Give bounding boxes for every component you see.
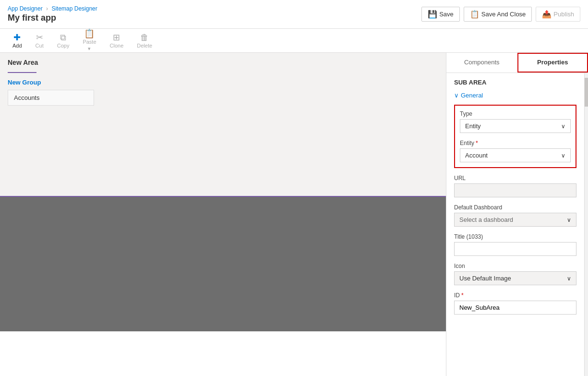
published-status: Published bbox=[557, 0, 580, 1]
toolbar-copy-button[interactable]: ⧉ Copy bbox=[50, 31, 76, 50]
type-label: Type bbox=[460, 110, 571, 117]
breadcrumb: App Designer › Sitemap Designer bbox=[8, 5, 97, 12]
top-bar-right: Published 💾 Save 📋 Save And Close 📤 Publ… bbox=[421, 7, 580, 22]
icon-field-group: Icon Use Default Image ∨ bbox=[454, 263, 576, 285]
type-entity-section: Type Entity ∨ Entity bbox=[454, 105, 576, 168]
default-dashboard-select[interactable]: Select a dashboard ∨ bbox=[454, 213, 576, 227]
publish-button[interactable]: 📤 Publish bbox=[536, 7, 580, 22]
id-required-star: * bbox=[461, 292, 464, 299]
icon-label: Icon bbox=[454, 263, 576, 269]
id-label: ID * bbox=[454, 292, 576, 299]
general-label: General bbox=[461, 92, 483, 99]
clone-label: Clone bbox=[110, 43, 124, 49]
toolbar: ✚ Add ✂ Cut ⧉ Copy 📋 Paste▾ ⊞ Clone 🗑 De… bbox=[0, 29, 588, 53]
app-title: My first app bbox=[8, 13, 97, 23]
area-title-underline bbox=[8, 72, 36, 73]
default-dashboard-label: Default Dashboard bbox=[454, 204, 576, 211]
save-close-icon: 📋 bbox=[470, 10, 480, 19]
default-dashboard-placeholder: Select a dashboard bbox=[459, 216, 513, 223]
toolbar-clone-button[interactable]: ⊞ Clone bbox=[103, 31, 131, 50]
type-value: Entity bbox=[465, 122, 481, 130]
url-field-group: URL bbox=[454, 175, 576, 197]
icon-chevron-icon: ∨ bbox=[567, 275, 571, 282]
toolbar-cut-button[interactable]: ✂ Cut bbox=[29, 31, 50, 50]
entity-value: Account bbox=[465, 152, 488, 159]
title-input[interactable] bbox=[454, 242, 576, 256]
add-icon: ✚ bbox=[13, 33, 21, 42]
tab-components[interactable]: Components bbox=[446, 53, 517, 73]
icon-select[interactable]: Use Default Image ∨ bbox=[454, 271, 576, 285]
canvas: New Area New Group Accounts bbox=[0, 53, 446, 376]
entity-select-wrapper: Account ∨ bbox=[460, 148, 571, 162]
default-dashboard-field-group: Default Dashboard Select a dashboard ∨ bbox=[454, 204, 576, 227]
entity-label: Entity * bbox=[460, 140, 571, 146]
canvas-inner: New Area New Group Accounts bbox=[0, 53, 446, 331]
paste-label: Paste bbox=[83, 39, 96, 45]
id-field-group: ID * bbox=[454, 292, 576, 315]
group-title[interactable]: New Group bbox=[8, 79, 438, 86]
breadcrumb-app-designer[interactable]: App Designer bbox=[8, 5, 43, 12]
type-chevron-icon: ∨ bbox=[561, 123, 565, 130]
copy-icon: ⧉ bbox=[60, 33, 66, 42]
default-dashboard-select-wrapper: Select a dashboard ∨ bbox=[454, 213, 576, 227]
type-field-group: Type Entity ∨ bbox=[460, 110, 571, 133]
type-select-wrapper: Entity ∨ bbox=[460, 119, 571, 133]
delete-icon: 🗑 bbox=[140, 33, 149, 42]
main-layout: New Area New Group Accounts Components P… bbox=[0, 53, 588, 376]
breadcrumb-separator: › bbox=[46, 5, 48, 12]
panel-body: SUB AREA ∨ General Type Entity bbox=[446, 73, 584, 376]
publish-icon: 📤 bbox=[542, 10, 552, 19]
tab-properties[interactable]: Properties bbox=[517, 53, 588, 73]
sub-area-item[interactable]: Accounts bbox=[8, 90, 94, 106]
general-toggle[interactable]: ∨ General bbox=[454, 92, 576, 99]
id-input[interactable] bbox=[454, 301, 576, 315]
right-panel: Components Properties SUB AREA ∨ General… bbox=[446, 53, 588, 376]
toolbar-delete-button[interactable]: 🗑 Delete bbox=[130, 31, 159, 50]
scroll-thumb[interactable] bbox=[585, 78, 588, 107]
sub-area-header: SUB AREA bbox=[454, 79, 576, 86]
dashboard-chevron-icon: ∨ bbox=[567, 217, 571, 223]
area-title: New Area bbox=[8, 59, 438, 66]
cut-icon: ✂ bbox=[36, 33, 43, 42]
save-and-close-button[interactable]: 📋 Save And Close bbox=[464, 7, 532, 22]
save-and-close-label: Save And Close bbox=[481, 11, 526, 18]
panel-tabs: Components Properties bbox=[446, 53, 588, 73]
save-label: Save bbox=[439, 11, 454, 18]
add-label: Add bbox=[12, 43, 22, 49]
title-field-group: Title (1033) bbox=[454, 233, 576, 256]
canvas-bottom bbox=[0, 197, 446, 331]
toolbar-add-button[interactable]: ✚ Add bbox=[6, 31, 29, 50]
entity-field-group: Entity * Account ∨ bbox=[460, 140, 571, 162]
entity-required-star: * bbox=[476, 140, 478, 146]
clone-icon: ⊞ bbox=[113, 33, 120, 42]
save-icon: 💾 bbox=[428, 10, 437, 19]
paste-icon: 📋 bbox=[84, 29, 95, 38]
area-block: New Area New Group Accounts bbox=[0, 53, 446, 197]
top-bar-left: App Designer › Sitemap Designer My first… bbox=[8, 5, 97, 23]
top-bar: App Designer › Sitemap Designer My first… bbox=[0, 0, 588, 29]
icon-value: Use Default Image bbox=[459, 275, 511, 282]
publish-label: Publish bbox=[553, 11, 574, 18]
toolbar-paste-button[interactable]: 📋 Paste▾ bbox=[76, 27, 103, 54]
url-input[interactable] bbox=[454, 183, 576, 197]
icon-select-wrapper: Use Default Image ∨ bbox=[454, 271, 576, 285]
copy-label: Copy bbox=[57, 43, 70, 49]
breadcrumb-sitemap-designer[interactable]: Sitemap Designer bbox=[51, 5, 97, 12]
cut-label: Cut bbox=[36, 43, 44, 49]
chevron-down-icon: ∨ bbox=[454, 92, 459, 99]
general-section: ∨ General Type Entity ∨ bbox=[454, 92, 576, 315]
entity-chevron-icon: ∨ bbox=[561, 152, 565, 159]
url-label: URL bbox=[454, 175, 576, 182]
scroll-track[interactable] bbox=[584, 73, 588, 376]
delete-label: Delete bbox=[137, 43, 152, 49]
entity-select[interactable]: Account ∨ bbox=[460, 148, 571, 162]
type-select[interactable]: Entity ∨ bbox=[460, 119, 571, 133]
title-label: Title (1033) bbox=[454, 233, 576, 240]
save-button[interactable]: 💾 Save bbox=[421, 7, 460, 22]
